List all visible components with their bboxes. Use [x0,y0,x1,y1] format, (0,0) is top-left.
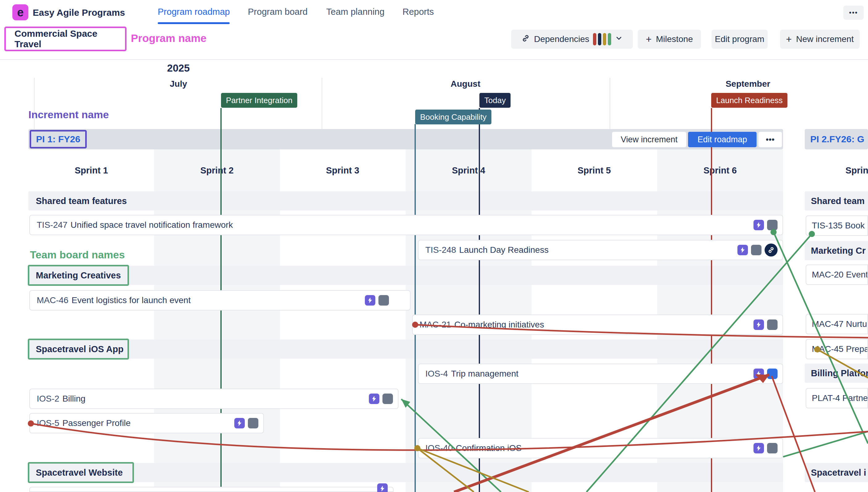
lightning-icon[interactable] [753,443,764,453]
milestone-line-launch-readiness [711,108,712,492]
issue-key: TIS-247 [37,220,68,230]
issue-key: MAC-46 [37,295,69,305]
card-icons [753,443,777,453]
dependency-link-icon[interactable] [765,244,777,256]
issue-summary: Trip management [451,369,518,379]
issue-card-tis-135[interactable]: TIS-135 Book [805,216,868,236]
dependency-color-gold [603,33,606,45]
issue-key: TIS-248 [425,245,456,255]
tab-team-planning[interactable]: Team planning [326,7,385,17]
card-icons [365,295,389,305]
edit-roadmap-button[interactable]: Edit roadmap [688,132,757,147]
edit-program-button[interactable]: Edit program [712,30,768,49]
issue-card-tis-247[interactable]: TIS-247 Unified space travel notificatio… [29,215,783,235]
rp-section-shared-team: Shared team [805,191,868,211]
rp-section-marketing-creatives: Marketing Cr [805,241,868,260]
card-icons [753,220,777,230]
link-icon [521,34,530,45]
lightning-icon[interactable] [234,418,245,428]
status-icon[interactable] [382,394,393,404]
program-roadmap-app: e Easy Agile Programs Program roadmap Pr… [0,0,868,492]
issue-card-ios-4[interactable]: IOS-4 Trip management [418,364,783,384]
issue-card-ios-2[interactable]: IOS-2 Billing [29,389,398,409]
increment-name-annotation-box: PI 1: FY26 [30,130,87,148]
month-july: July [138,79,219,89]
issue-summary: Event logistics for launch event [72,295,191,305]
tab-reports[interactable]: Reports [402,7,434,17]
issue-card-mac-46[interactable]: MAC-46 Event logistics for launch event [29,290,411,311]
sprint-header-5: Sprint 5 [566,166,622,176]
status-icon[interactable] [767,319,777,330]
milestone-badge-booking-capability[interactable]: Booking Capability [415,109,491,124]
sprint-header-3: Sprint 3 [315,166,370,176]
issue-card-partial[interactable] [29,487,394,492]
issue-card-mac-20[interactable]: MAC-20 Event [805,265,868,285]
issue-card-mac-47[interactable]: MAC-47 Nurtu [805,314,868,334]
lightning-icon[interactable] [753,369,764,379]
lightning-icon[interactable] [738,245,748,255]
month-september: September [708,79,788,89]
card-icons [369,394,393,404]
active-tab-underline [158,22,230,24]
month-august: August [425,79,505,89]
issue-card-mac-21[interactable]: MAC-21 Co-marketing initiatives [412,315,783,335]
section-marketing-creatives: Marketing Creatives [28,266,783,285]
lightning-icon[interactable] [753,319,764,330]
milestone-badge-launch-readiness[interactable]: Launch Readiness [711,93,788,108]
lightning-icon [377,483,388,492]
add-milestone-button[interactable]: + Milestone [638,30,701,49]
month-boundary-line [322,78,322,129]
card-icons [753,319,777,330]
program-name-annotation-label: Program name [131,32,206,45]
issue-key: MAC-21 [420,320,451,330]
sprint-header-6: Sprint 6 [692,166,748,176]
issue-card-tis-248[interactable]: TIS-248 Launch Day Readiness [418,240,783,260]
today-badge[interactable]: Today [479,93,511,108]
today-line [479,108,480,492]
lightning-icon[interactable] [365,295,375,305]
dependency-target-icon[interactable] [767,369,777,379]
team-board-names-annotation-label: Team board names [30,249,125,261]
issue-card-ios-5[interactable]: IOS-5 Passenger Profile [29,413,264,433]
plus-icon: + [646,34,652,45]
status-icon[interactable] [767,443,777,453]
new-increment-button[interactable]: + New increment [780,30,860,49]
app-title: Easy Agile Programs [33,7,125,18]
lightning-icon[interactable] [753,220,764,230]
tab-program-roadmap[interactable]: Program roadmap [158,7,230,17]
program-name[interactable]: Commercial Space Travel [15,28,125,49]
month-boundary-line [34,78,34,129]
team-board-annotation-box-ios [28,339,129,360]
card-icons [753,369,777,379]
view-increment-button[interactable]: View increment [612,132,686,147]
milestone-badge-partner-integration[interactable]: Partner Integration [221,93,297,108]
increment-more-button[interactable]: ••• [759,132,782,147]
dependency-color-green [608,33,611,45]
tab-program-board[interactable]: Program board [248,7,307,17]
status-icon[interactable] [767,220,777,230]
rp-section-spacetravel-ios: Spacetravel i [805,463,868,482]
dependency-color-red [593,33,596,45]
dependencies-button[interactable]: Dependencies [511,30,633,49]
section-spacetravel-ios-app: Spacetravel iOS App [28,340,783,359]
card-icons [234,418,258,428]
issue-card-ios-40[interactable]: IOS-40 Confirmation iOS [418,438,783,458]
lightning-icon[interactable] [369,394,379,404]
more-menu-button[interactable]: ••• [843,5,864,20]
issue-key: IOS-5 [37,418,59,428]
chevron-down-icon [615,34,623,45]
issue-card-mac-45[interactable]: MAC-45 Prepa [805,339,868,359]
status-icon[interactable] [248,418,258,428]
status-icon[interactable] [378,295,389,305]
section-shared-team-features: Shared team features [28,191,783,211]
next-increment-name[interactable]: PI 2.FY26: G [810,134,864,144]
edit-program-label: Edit program [715,34,764,44]
issue-key: IOS-2 [37,394,59,404]
issue-card-plat-4[interactable]: PLAT-4 Partne [805,388,868,408]
new-increment-label: New increment [796,34,854,44]
issue-summary: Billing [63,394,85,404]
program-name-annotation-box: Commercial Space Travel [4,27,127,51]
sprint-header-4: Sprint 4 [441,166,496,176]
status-icon[interactable] [751,245,762,255]
increment-name[interactable]: PI 1: FY26 [36,134,80,144]
